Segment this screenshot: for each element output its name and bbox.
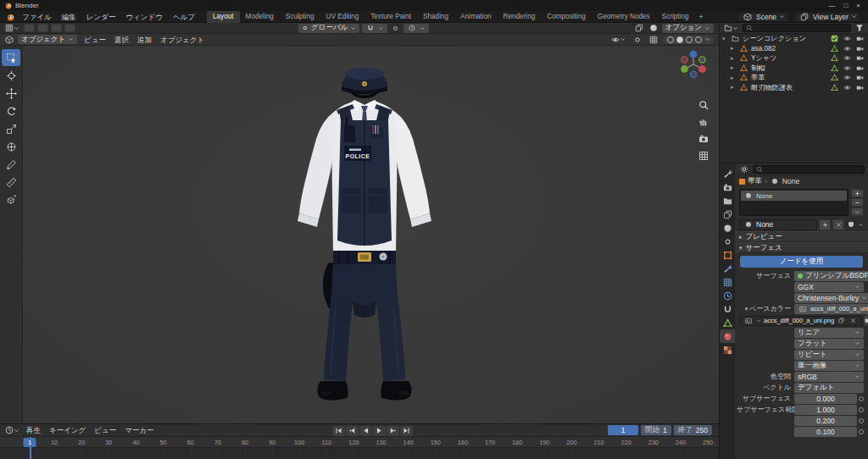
unlink-icon[interactable] xyxy=(849,318,858,324)
checkbox-icon[interactable] xyxy=(829,35,840,42)
properties-tab-scene[interactable] xyxy=(720,221,735,235)
menubar-menu-3[interactable]: ウィンドウ xyxy=(120,11,168,23)
add-slot-button[interactable] xyxy=(851,189,864,197)
tool-annotate[interactable] xyxy=(2,156,20,173)
properties-tab-render[interactable] xyxy=(720,180,735,194)
viewport-menu-0[interactable]: ビュー xyxy=(80,34,110,46)
outliner-row-object[interactable]: ▸Yシャツ xyxy=(720,53,868,64)
workspace-tab-layout[interactable]: Layout xyxy=(207,11,240,23)
frame-end-field[interactable]: 終了250 xyxy=(674,425,712,435)
unlink-material-button[interactable] xyxy=(832,219,844,230)
camera-icon[interactable] xyxy=(854,64,865,72)
use-nodes-button[interactable]: ノードを使用 xyxy=(740,256,863,268)
select-mode-subtract-button[interactable] xyxy=(64,24,75,32)
properties-tab-texture[interactable] xyxy=(720,343,735,357)
expand-arrow-icon[interactable]: ▸ xyxy=(731,84,737,91)
outliner-search-input[interactable] xyxy=(743,24,851,32)
color-space-dropdown[interactable]: sRGB xyxy=(794,372,864,382)
image-option-dropdown[interactable]: 単一画像 xyxy=(794,361,864,371)
prev-keyframe-button[interactable] xyxy=(346,426,359,436)
breadcrumb-object[interactable]: 帯革 xyxy=(748,176,762,186)
xray-icon[interactable] xyxy=(648,36,659,44)
subsurface-method-dropdown[interactable]: Christensen-Burley xyxy=(794,293,868,303)
workspace-tab-geometry-nodes[interactable]: Geometry Nodes xyxy=(592,11,656,23)
expand-arrow-icon[interactable]: ▸ xyxy=(731,64,737,71)
shading-rendered-button[interactable] xyxy=(695,36,702,43)
tool-scale[interactable] xyxy=(2,120,20,137)
tool-move[interactable] xyxy=(2,85,20,102)
material-slot-row[interactable]: None xyxy=(741,191,847,201)
orientation-dropdown[interactable]: グローバル xyxy=(298,24,359,33)
menubar-menu-1[interactable]: 編集 xyxy=(57,11,81,23)
tool-add-cube[interactable] xyxy=(2,191,20,208)
app-menu-blender-icon[interactable] xyxy=(3,13,17,21)
add-workspace-button[interactable]: + xyxy=(695,13,708,21)
keyframe-dot-icon[interactable] xyxy=(859,396,864,401)
fake-user-shield-icon[interactable] xyxy=(846,221,856,228)
pan-hand-icon[interactable] xyxy=(698,117,709,127)
workspace-tab-compositing[interactable]: Compositing xyxy=(541,11,592,23)
workspace-tab-uv-editing[interactable]: UV Editing xyxy=(320,11,365,23)
tool-measure[interactable] xyxy=(2,174,20,191)
jump-start-button[interactable] xyxy=(332,426,345,436)
timeline-menu-3[interactable]: マーカー xyxy=(120,424,158,437)
expand-arrow-icon[interactable]: ▸ xyxy=(731,45,737,52)
select-mode-new-button[interactable] xyxy=(37,24,48,32)
properties-tab-physics[interactable] xyxy=(720,289,735,302)
maximize-button[interactable]: □ xyxy=(843,2,848,9)
chevron-down-icon[interactable] xyxy=(704,36,710,42)
radius-slider[interactable]: 0.100 xyxy=(794,427,857,437)
shader-dropdown[interactable]: プリンシプルBSDF xyxy=(794,271,868,281)
ortho-grid-icon[interactable] xyxy=(698,151,709,161)
editor-type-icon[interactable] xyxy=(3,24,21,32)
options-dropdown[interactable]: オプション xyxy=(662,24,715,33)
viewport-menu-2[interactable]: 追加 xyxy=(133,34,156,46)
workspace-tab-sculpting[interactable]: Sculpting xyxy=(280,11,320,23)
outliner-row-object[interactable]: ▸帯革 xyxy=(720,73,868,83)
outliner-row-scene-collection[interactable]: ▾シーンコレクション xyxy=(720,34,868,44)
timeline-editor-icon[interactable] xyxy=(3,426,21,434)
camera-icon[interactable] xyxy=(854,54,865,62)
keyframe-dot-icon[interactable] xyxy=(859,407,864,412)
copy-icon[interactable] xyxy=(837,318,846,324)
overlays-icon[interactable] xyxy=(632,36,643,44)
zoom-icon[interactable] xyxy=(698,100,709,110)
distribution-dropdown[interactable]: GGX xyxy=(794,282,864,292)
viewport-menu-1[interactable]: 選択 xyxy=(110,34,133,46)
keyframe-dot-icon[interactable] xyxy=(859,429,864,434)
next-keyfram-button[interactable] xyxy=(387,426,399,436)
subsurface-slider[interactable]: 0.000 xyxy=(794,394,857,404)
eye-icon[interactable] xyxy=(842,74,853,81)
timeline-menu-2[interactable]: ビュー xyxy=(90,424,120,437)
shading-solid-button[interactable] xyxy=(676,36,683,43)
sphere-icon[interactable] xyxy=(648,24,659,32)
close-button[interactable]: × xyxy=(856,2,860,9)
material-name-field[interactable]: None xyxy=(739,219,817,230)
properties-tab-output[interactable] xyxy=(720,194,735,207)
expand-arrow-icon[interactable]: ▸ xyxy=(731,55,737,62)
image-name-field[interactable]: accs_diff_000_a_uni.png xyxy=(739,316,862,326)
frame-start-field[interactable]: 開始1 xyxy=(641,425,671,435)
properties-tab-particles[interactable] xyxy=(720,275,735,289)
properties-tab-object-data[interactable] xyxy=(720,316,735,329)
base-color-image-button[interactable]: accs_diff_000_a_uni.png xyxy=(794,304,868,314)
eye-icon[interactable] xyxy=(842,45,853,53)
snap-dropdown[interactable] xyxy=(362,24,387,33)
playhead-frame-badge[interactable]: 1 xyxy=(24,438,36,447)
eye-icon[interactable] xyxy=(842,54,853,62)
chevron-down-icon[interactable] xyxy=(858,222,864,228)
timeline-ruler[interactable]: 0102030405060708090100110120130140150160… xyxy=(0,437,719,448)
tool-select-box[interactable] xyxy=(2,49,20,66)
section-preview[interactable]: ▸ プレビュー xyxy=(735,231,868,242)
current-frame-field[interactable]: 1 xyxy=(608,425,638,435)
shading-material-button[interactable] xyxy=(686,36,693,43)
new-material-button[interactable] xyxy=(819,219,831,230)
slot-specials-button[interactable] xyxy=(851,207,864,216)
workspace-tab-texture-paint[interactable]: Texture Paint xyxy=(364,11,417,23)
material-slot-list[interactable]: None xyxy=(739,189,849,216)
image-option-dropdown[interactable]: リニア xyxy=(794,328,864,338)
radius-slider[interactable]: 0.200 xyxy=(794,416,857,426)
workspace-tab-animation[interactable]: Animation xyxy=(454,11,497,23)
image-option-dropdown[interactable]: フラット xyxy=(794,339,864,349)
workspace-tab-shading[interactable]: Shading xyxy=(417,11,454,23)
